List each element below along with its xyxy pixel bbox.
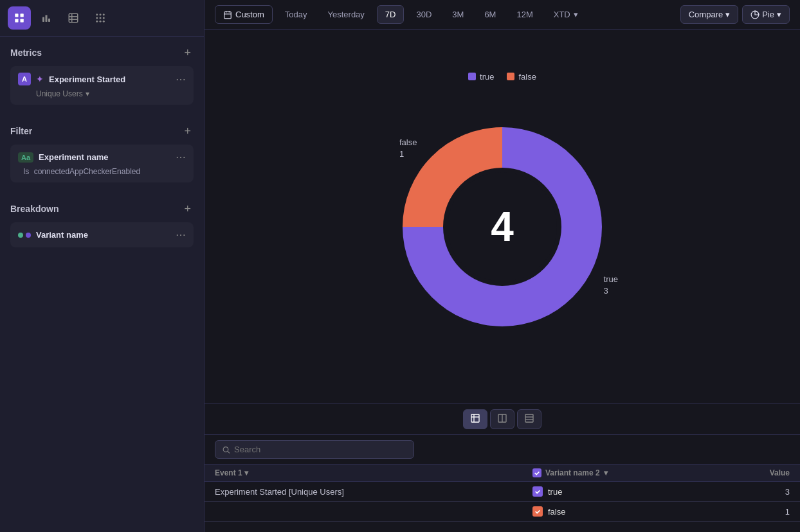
search-input[interactable] [234,445,407,454]
main-content: Custom Today Yesterday 7D 30D 3M 6M 12M … [205,0,800,532]
legend-dot-true [468,73,476,80]
svg-point-15 [100,17,102,19]
legend-label-true: true [480,72,494,82]
svg-rect-31 [525,414,533,422]
custom-date-button[interactable]: Custom [215,5,273,24]
filter-card-header: Aa Experiment name ⋯ [18,151,186,163]
compare-button[interactable]: Compare ▾ [680,5,738,24]
true-label-text: true [604,274,618,285]
view-compact-button[interactable] [517,409,541,429]
svg-point-19 [103,21,105,22]
filter-header: Filter + [10,124,194,138]
breakdown-dots [18,233,31,238]
table-icon-btn[interactable] [62,6,85,30]
svg-rect-2 [15,19,18,22]
svg-point-34 [223,447,228,452]
filter-title: Filter [10,126,32,136]
add-metric-button[interactable]: + [181,46,194,60]
td-value-true: 3 [713,487,790,497]
filter-menu-button[interactable]: ⋯ [176,151,186,163]
add-breakdown-button[interactable]: + [181,202,194,216]
add-filter-button[interactable]: + [181,124,194,138]
td-event-started: Experiment Started [Unique Users] [215,487,532,497]
true-label-value: 3 [604,285,618,297]
today-button[interactable]: Today [277,5,316,24]
th-value: Value [713,468,790,477]
donut-center-value: 4 [491,203,514,251]
view-full-button[interactable] [463,409,487,429]
breakdown-menu-button[interactable]: ⋯ [176,229,186,241]
false-label-text: false [399,137,417,148]
12m-button[interactable]: 12M [508,5,541,24]
legend-true: true [468,72,494,82]
filter-title-row: Aa Experiment name [18,152,108,163]
metric-menu-button[interactable]: ⋯ [176,73,186,85]
svg-rect-26 [471,414,479,422]
yesterday-button[interactable]: Yesterday [320,5,373,24]
breakdown-card-header: Variant name ⋯ [18,229,186,241]
breakdown-header: Breakdown + [10,202,194,216]
chart-icon-btn[interactable] [35,6,58,30]
metric-title-row: A ✦ Experiment Started [18,73,125,85]
sidebar-nav [0,0,204,37]
table-area: Event 1 ▾ Variant name 2 ▾ Value Experim… [205,403,800,532]
chart-legend: true false [468,72,536,82]
sidebar: Metrics + A ✦ Experiment Started ⋯ Uniqu… [0,0,205,532]
chart-area: true false [205,30,800,403]
svg-rect-20 [224,12,232,18]
metric-card: A ✦ Experiment Started ⋯ Unique Users ▾ [10,66,194,105]
variant-check-false[interactable] [532,506,543,517]
td-variant-true: true [532,486,713,497]
metric-name: Experiment Started [49,75,125,84]
legend-dot-false [507,73,514,80]
dot-purple [26,233,31,238]
search-input-wrap[interactable] [215,440,414,459]
3m-button[interactable]: 3M [444,5,472,24]
false-label-value: 1 [399,148,417,160]
metrics-title: Metrics [10,48,42,58]
spark-icon: ✦ [36,74,44,84]
variant-label-false: false [548,507,565,517]
svg-point-11 [96,13,98,15]
svg-point-12 [100,13,102,15]
svg-point-18 [100,21,102,22]
toolbar: Custom Today Yesterday 7D 30D 3M 6M 12M … [205,0,800,30]
breakdown-section: Breakdown + Variant name ⋯ [0,193,204,258]
filter-section: Filter + Aa Experiment name ⋯ Is connect… [0,115,204,193]
breakdown-card: Variant name ⋯ [10,222,194,247]
svg-point-16 [103,17,105,19]
filter-name: Experiment name [39,152,108,162]
search-icon [222,445,230,454]
svg-point-17 [96,21,98,22]
6m-button[interactable]: 6M [476,5,504,24]
metric-card-header: A ✦ Experiment Started ⋯ [18,73,186,85]
7d-button[interactable]: 7D [377,5,405,24]
svg-rect-3 [21,19,24,22]
legend-label-false: false [518,72,536,82]
svg-rect-6 [48,19,50,22]
grid-icon-btn[interactable] [89,6,112,30]
breakdown-title: Breakdown [10,204,59,214]
30d-button[interactable]: 30D [408,5,440,24]
td-variant-false: false [532,506,713,517]
breakdown-name: Variant name [36,230,88,240]
table-view-toolbar [205,404,800,435]
unique-users-dropdown[interactable]: Unique Users ▾ [36,89,186,98]
svg-point-13 [103,13,105,15]
metric-sub: Unique Users ▾ [18,89,186,98]
true-label: true 3 [604,274,618,297]
donut-chart: 4 false 1 true 3 [367,92,637,362]
pie-button[interactable]: Pie ▾ [742,5,790,24]
xtd-button[interactable]: XTD ▾ [545,5,586,24]
view-split-button[interactable] [490,409,514,429]
table-row-false: false 1 [205,502,800,522]
svg-rect-5 [46,15,48,22]
variant-check-true[interactable] [532,486,543,497]
variant-checkbox-header[interactable] [532,468,541,477]
filter-card: Aa Experiment name ⋯ Is connectedAppChec… [10,145,194,182]
metric-label-a: A [18,73,31,85]
dashboard-icon-btn[interactable] [8,6,31,30]
svg-point-14 [96,17,98,19]
table-row-true: Experiment Started [Unique Users] true 3 [205,482,800,502]
svg-rect-4 [42,17,44,22]
